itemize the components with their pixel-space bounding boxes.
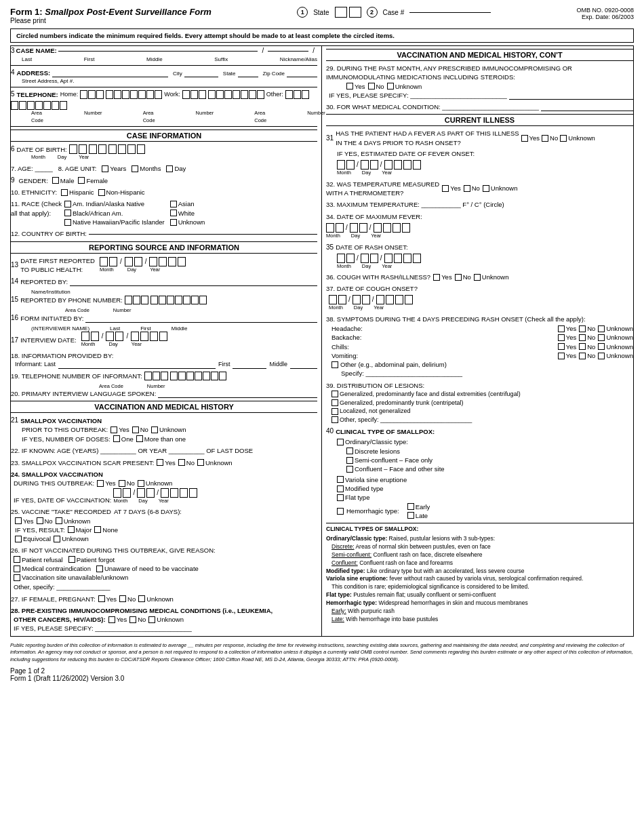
- during-no[interactable]: [119, 480, 125, 487]
- vomiting-unknown[interactable]: [598, 353, 605, 359]
- chills-unknown[interactable]: [598, 343, 605, 350]
- race3-checkbox[interactable]: [64, 210, 71, 216]
- form-initiated-field[interactable]: [85, 322, 317, 323]
- prior-yes[interactable]: [110, 426, 117, 433]
- take-unknown[interactable]: [56, 517, 62, 524]
- doses-one[interactable]: [113, 435, 120, 442]
- dob-year[interactable]: [108, 144, 145, 154]
- race2-checkbox[interactable]: [170, 201, 177, 207]
- fever-unknown[interactable]: [560, 135, 567, 142]
- years-checkbox[interactable]: [102, 165, 108, 172]
- scar-yes[interactable]: [157, 459, 163, 466]
- other-number[interactable]: [11, 101, 67, 110]
- race6-checkbox[interactable]: [170, 219, 177, 226]
- home-number[interactable]: [106, 90, 162, 99]
- cough-unknown[interactable]: [474, 274, 481, 281]
- dist4-checkbox[interactable]: [331, 416, 338, 423]
- doses-more[interactable]: [136, 435, 143, 442]
- cough-onset-date[interactable]: / /: [326, 295, 633, 304]
- flat-checkbox[interactable]: [337, 494, 344, 501]
- home-area-code[interactable]: [80, 90, 104, 99]
- unaware-checkbox[interactable]: [96, 565, 103, 572]
- early-checkbox[interactable]: [407, 503, 414, 510]
- case-name-first[interactable]: [268, 51, 308, 52]
- male-checkbox[interactable]: [52, 177, 59, 184]
- address-city[interactable]: [184, 77, 218, 77]
- other-area-code[interactable]: [285, 90, 309, 99]
- chills-no[interactable]: [579, 343, 586, 350]
- state-box-2[interactable]: [349, 7, 361, 18]
- therm-no[interactable]: [464, 185, 470, 192]
- vomiting-no[interactable]: [579, 353, 586, 359]
- dist2-checkbox[interactable]: [331, 399, 338, 406]
- headache-yes[interactable]: [558, 325, 565, 332]
- variola-checkbox[interactable]: [337, 476, 344, 483]
- hispanic-checkbox[interactable]: [61, 189, 68, 196]
- pregnant-yes[interactable]: [98, 595, 105, 602]
- informant-middle-field[interactable]: [290, 368, 317, 369]
- hemorrhagic-checkbox[interactable]: [337, 508, 344, 515]
- backache-yes[interactable]: [558, 334, 565, 341]
- modified-checkbox[interactable]: [337, 485, 344, 492]
- address-zip[interactable]: [287, 77, 317, 77]
- race4-checkbox[interactable]: [170, 210, 177, 216]
- scar-unknown[interactable]: [197, 459, 204, 466]
- day-checkbox[interactable]: [166, 165, 173, 172]
- preexist-no[interactable]: [129, 616, 136, 623]
- medical-contra-checkbox[interactable]: [14, 565, 20, 572]
- field30-field[interactable]: [541, 111, 633, 111]
- pregnant-no[interactable]: [119, 595, 126, 602]
- informant-number[interactable]: [170, 372, 226, 380]
- unavail-checkbox[interactable]: [14, 574, 20, 581]
- scar-no[interactable]: [178, 459, 185, 466]
- vacc-date[interactable]: / /: [113, 488, 197, 498]
- cough-yes[interactable]: [433, 274, 440, 281]
- fever-yes[interactable]: [521, 135, 528, 142]
- max-fever-date[interactable]: / /: [326, 223, 633, 233]
- during-yes[interactable]: [97, 480, 104, 487]
- address-state[interactable]: [238, 77, 258, 77]
- non-hispanic-checkbox[interactable]: [98, 189, 105, 196]
- headache-unknown[interactable]: [598, 325, 605, 332]
- immuno-no[interactable]: [368, 83, 375, 90]
- specify29-field[interactable]: [509, 99, 633, 100]
- other-symptom-checkbox[interactable]: [331, 361, 338, 368]
- interview-date-boxes[interactable]: / /: [81, 332, 168, 341]
- late-checkbox[interactable]: [407, 512, 414, 519]
- prior-unknown[interactable]: [151, 426, 158, 433]
- prior-no[interactable]: [132, 426, 139, 433]
- chills-yes[interactable]: [558, 343, 565, 350]
- dob-day[interactable]: [89, 144, 106, 154]
- semi-confluent-checkbox[interactable]: [346, 457, 353, 464]
- immuno-yes[interactable]: [346, 83, 353, 90]
- informant-area[interactable]: [144, 372, 168, 380]
- report-date-boxes[interactable]: / /: [100, 257, 186, 266]
- dist3-checkbox[interactable]: [331, 408, 338, 415]
- case-number-field[interactable]: [409, 12, 491, 13]
- take-yes[interactable]: [15, 517, 22, 524]
- discrete-checkbox[interactable]: [346, 448, 353, 454]
- months-checkbox[interactable]: [132, 165, 138, 172]
- therm-yes[interactable]: [442, 185, 449, 192]
- race5-checkbox[interactable]: [64, 219, 71, 226]
- informant-last-field[interactable]: [58, 368, 216, 369]
- state-box-1[interactable]: [335, 7, 347, 18]
- forgot-checkbox[interactable]: [68, 556, 75, 563]
- language-field[interactable]: [158, 397, 317, 398]
- result-major[interactable]: [68, 526, 75, 533]
- preexist-unknown[interactable]: [148, 616, 155, 623]
- reported-by-field[interactable]: [70, 285, 317, 286]
- confluent-checkbox[interactable]: [346, 466, 353, 473]
- female-checkbox[interactable]: [78, 177, 85, 184]
- rash-onset-date[interactable]: / /: [326, 254, 633, 263]
- vomiting-yes[interactable]: [558, 353, 565, 359]
- fever-no[interactable]: [542, 135, 548, 142]
- pregnant-unknown[interactable]: [138, 595, 145, 602]
- phone15-number[interactable]: [150, 296, 207, 304]
- dist1-checkbox[interactable]: [331, 391, 338, 397]
- dob-month[interactable]: [69, 144, 87, 154]
- ordinary-checkbox[interactable]: [337, 439, 344, 445]
- work-area-code[interactable]: [182, 90, 206, 99]
- backache-no[interactable]: [579, 334, 586, 341]
- immuno-unknown[interactable]: [387, 83, 394, 90]
